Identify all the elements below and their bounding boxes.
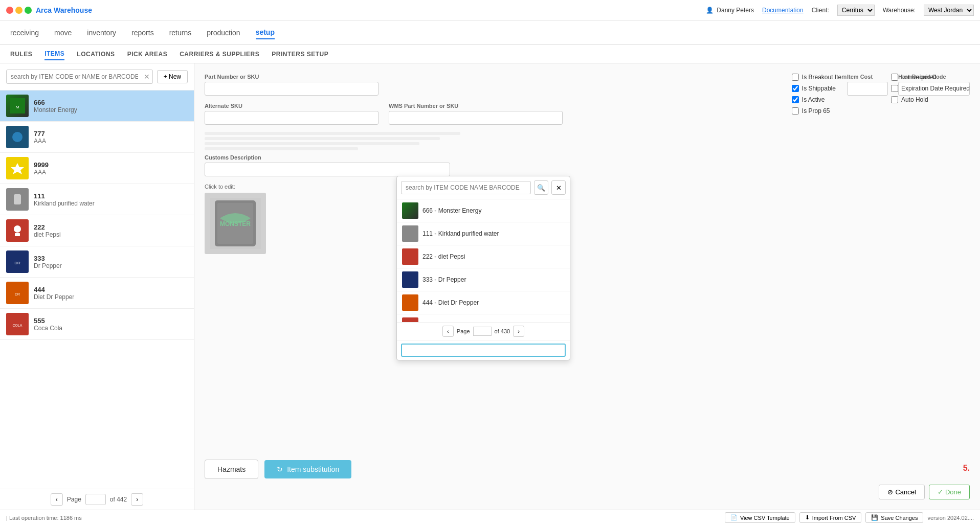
product-image[interactable]: MONSTER bbox=[205, 193, 266, 254]
documentation-link[interactable]: Documentation bbox=[762, 7, 804, 14]
expiration-date-checkbox[interactable] bbox=[891, 85, 898, 92]
minimize-button[interactable] bbox=[15, 7, 23, 14]
warehouse-label: Warehouse: bbox=[883, 7, 916, 14]
item-code: 444 bbox=[34, 286, 188, 293]
expiration-date-label: Expiration Date Required bbox=[901, 85, 970, 92]
click-to-edit-label[interactable]: Click to edit: bbox=[205, 184, 970, 190]
close-button[interactable] bbox=[6, 7, 13, 14]
item-thumbnail: M bbox=[6, 95, 29, 117]
svg-text:COLA: COLA bbox=[12, 324, 22, 327]
is-active-checkbox[interactable] bbox=[792, 96, 799, 103]
subst-item-text: 666 - Monster Energy bbox=[422, 207, 481, 214]
nav-returns[interactable]: returns bbox=[169, 27, 192, 39]
is-prop-65-checkbox[interactable] bbox=[792, 107, 799, 115]
search-input[interactable] bbox=[6, 70, 153, 84]
titlebar: Arca Warehouse 👤 Danny Peters Documentat… bbox=[0, 0, 980, 20]
list-item[interactable]: DR 444 Diet Dr Pepper bbox=[0, 278, 194, 309]
subst-clear-button[interactable]: ✕ bbox=[551, 180, 566, 195]
cancel-label: Cancel bbox=[895, 488, 916, 496]
subst-item-thumbnail bbox=[402, 317, 418, 322]
next-page-button[interactable]: › bbox=[131, 493, 143, 506]
client-select[interactable]: Cerritus bbox=[837, 5, 875, 16]
maximize-button[interactable] bbox=[25, 7, 32, 14]
import-from-button[interactable]: ⬇ Import From CSV bbox=[799, 512, 862, 523]
search-clear-icon[interactable]: ✕ bbox=[144, 73, 150, 81]
list-item[interactable]: DR 333 Dr Pepper bbox=[0, 246, 194, 278]
prev-page-button[interactable]: ‹ bbox=[51, 493, 63, 506]
subst-search-button[interactable]: 🔍 bbox=[534, 180, 548, 195]
nav-reports[interactable]: reports bbox=[131, 27, 154, 39]
list-item[interactable]: M 666 Monster Energy bbox=[0, 90, 194, 122]
search-bar: ✕ + New bbox=[0, 63, 194, 90]
subst-page-label: Page bbox=[457, 328, 470, 334]
svg-text:DR: DR bbox=[15, 292, 20, 296]
subst-prev-button[interactable]: ‹ bbox=[442, 326, 454, 337]
is-shippable-field: Is Shippable bbox=[792, 85, 871, 92]
list-item[interactable]: 777 AAA bbox=[0, 122, 194, 153]
subst-item-thumbnail bbox=[402, 248, 418, 265]
import-from-label: Import From CSV bbox=[812, 515, 856, 521]
cancel-button[interactable]: ⊘ Cancel bbox=[879, 485, 924, 499]
save-changes-button[interactable]: 💾 Save Changes bbox=[865, 512, 923, 523]
subst-list-item[interactable]: 333 - Dr Pepper bbox=[397, 268, 570, 291]
is-shippable-checkbox[interactable] bbox=[792, 85, 799, 92]
subst-list-item[interactable]: 666 - Monster Energy bbox=[397, 199, 570, 222]
alt-sku-input[interactable]: 1234 bbox=[205, 111, 378, 125]
is-active-label: Is Active bbox=[802, 96, 825, 103]
auto-hold-checkbox[interactable] bbox=[891, 96, 898, 103]
list-item[interactable]: 9999 AAA bbox=[0, 153, 194, 184]
nav-inventory[interactable]: inventory bbox=[87, 27, 116, 39]
is-breakout-item-checkbox[interactable] bbox=[792, 74, 799, 81]
wms-input[interactable] bbox=[389, 111, 563, 125]
subst-list-item[interactable]: 222 - diet Pepsi bbox=[397, 245, 570, 268]
subst-page-input[interactable]: 1 bbox=[473, 327, 492, 336]
is-breakout-item-field: Is Breakout Item bbox=[792, 74, 871, 81]
auto-hold-label: Auto Hold bbox=[901, 96, 928, 103]
item-name: diet Pepsi bbox=[34, 231, 188, 238]
item-name: Coca Cola bbox=[34, 325, 188, 332]
subst-selected-input[interactable]: 7777 - Lo-carb Monster Energy bbox=[401, 344, 566, 357]
item-code: 777 bbox=[34, 130, 188, 138]
subnav-carriers-suppliers[interactable]: CARRIERS & SUPPLIERS bbox=[180, 49, 259, 60]
subnav-items[interactable]: ITEMS bbox=[44, 48, 64, 60]
svg-text:MONSTER: MONSTER bbox=[220, 220, 251, 227]
csv-icon: 📄 bbox=[730, 514, 738, 521]
item-info: 777 AAA bbox=[34, 130, 188, 145]
new-button[interactable]: + New bbox=[157, 70, 188, 83]
nav-setup[interactable]: setup bbox=[256, 26, 275, 39]
item-name: Monster Energy bbox=[34, 106, 188, 113]
alt-sku-label: Alternate SKU bbox=[205, 103, 378, 109]
part-number-label: Part Number or SKU bbox=[205, 74, 837, 80]
item-code: 333 bbox=[34, 255, 188, 262]
part-number-input[interactable]: 666 bbox=[205, 82, 378, 96]
customs-desc-input[interactable]: Monster Energy bbox=[205, 163, 450, 176]
subnav-locations[interactable]: LOCATIONS bbox=[77, 49, 115, 60]
subst-next-button[interactable]: › bbox=[513, 326, 524, 337]
item-substitution-button[interactable]: ↻ Item substitution bbox=[264, 460, 351, 478]
nav-production[interactable]: production bbox=[207, 27, 240, 39]
subnav-pick-areas[interactable]: PICK AREAS bbox=[127, 49, 168, 60]
subst-list-item[interactable]: 555 - Coca Cola bbox=[397, 314, 570, 322]
item-name: AAA bbox=[34, 169, 188, 176]
item-name: Kirkland purified water bbox=[34, 200, 188, 207]
refresh-icon: ↻ bbox=[277, 465, 283, 473]
subst-selected-row: 7777 - Lo-carb Monster Energy bbox=[397, 340, 570, 360]
subnav-rules[interactable]: RULES bbox=[10, 49, 32, 60]
list-item[interactable]: 111 Kirkland purified water bbox=[0, 184, 194, 215]
list-item[interactable]: COLA 555 Coca Cola bbox=[0, 309, 194, 340]
subst-search-input[interactable] bbox=[401, 181, 531, 194]
list-item[interactable]: 222 diet Pepsi bbox=[0, 215, 194, 246]
subst-list-item[interactable]: 111 - Kirkland purified water bbox=[397, 222, 570, 245]
subst-list-item[interactable]: 444 - Diet Dr Pepper bbox=[397, 291, 570, 314]
item-thumbnail bbox=[6, 188, 29, 211]
nav-receiving[interactable]: receiving bbox=[10, 27, 39, 39]
lot-required-checkbox[interactable] bbox=[891, 74, 898, 81]
page-input[interactable]: 1 bbox=[85, 494, 106, 505]
view-csv-button[interactable]: 📄 View CSV Template bbox=[725, 512, 795, 523]
nav-move[interactable]: move bbox=[54, 27, 72, 39]
done-button[interactable]: ✓ Done bbox=[929, 485, 970, 499]
customs-desc-row: Customs Description Monster Energy bbox=[205, 154, 970, 176]
subnav-printers-setup[interactable]: PRINTERS SETUP bbox=[272, 49, 328, 60]
hazmats-button[interactable]: Hazmats bbox=[205, 460, 258, 479]
warehouse-select[interactable]: West Jordan bbox=[924, 5, 974, 16]
